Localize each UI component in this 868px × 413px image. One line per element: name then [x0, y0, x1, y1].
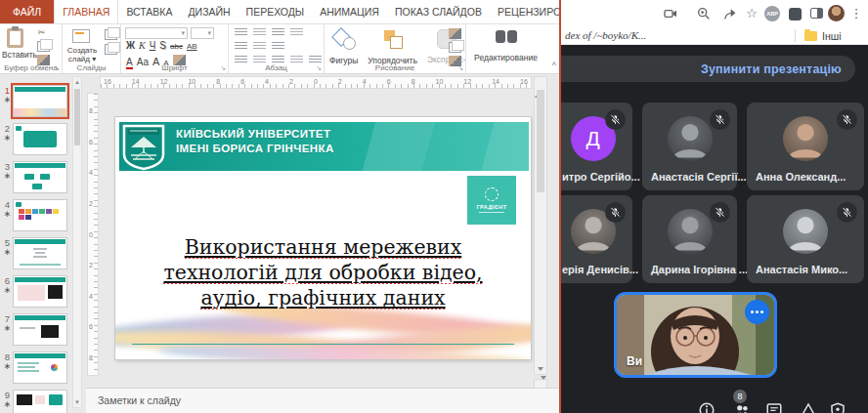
numbering-button[interactable]	[253, 28, 266, 37]
underline-button[interactable]: Ч	[150, 40, 156, 51]
line-spacing-button[interactable]	[272, 28, 284, 37]
slide-7-thumbnail[interactable]	[13, 313, 67, 346]
bold-button[interactable]: Ж	[126, 40, 135, 51]
reading-list-icon[interactable]	[810, 8, 823, 19]
bookmark-star-icon[interactable]: ☆	[744, 6, 760, 21]
tab-file[interactable]: ФАЙЛ	[0, 0, 54, 23]
increase-indent-button[interactable]	[253, 42, 266, 51]
bookmark-item[interactable]: dex of /~boyko/K...	[565, 29, 646, 41]
group-editing: Редактирование ▾	[466, 24, 545, 73]
font-size-combo[interactable]: ▾	[191, 27, 214, 39]
clipboard-dialog-launcher[interactable]: ↘	[54, 64, 60, 72]
workspace: 1∗ 2∗ 3∗ 4∗ 5∗	[0, 74, 559, 413]
strikethrough-button[interactable]: abc	[170, 42, 183, 51]
reset-button[interactable]	[105, 44, 117, 55]
slide-title-textbox[interactable]: Використання мережевих технологій для об…	[115, 234, 531, 311]
screen: ☆ ABP ⋮ dex of /~boyko/K... Інші закладк…	[0, 0, 868, 413]
tab-transitions[interactable]: ПЕРЕХОДЫ	[239, 0, 313, 23]
ribbon: Вставить ✂ Буфер обмена ↘ Создатьслайд ▾…	[0, 24, 559, 74]
copy-button[interactable]	[37, 41, 50, 52]
slide-9-thumbnail[interactable]	[13, 390, 67, 413]
slides-panel: 1∗ 2∗ 3∗ 4∗ 5∗	[0, 74, 86, 413]
participant-name: итро Сергійо...	[562, 171, 640, 183]
notes-placeholder: Заметки к слайду	[98, 394, 559, 406]
columns-button[interactable]	[272, 42, 284, 51]
slide-8-thumbnail[interactable]	[13, 351, 67, 384]
animation-star-icon: ∗	[3, 400, 12, 410]
new-slide-icon	[72, 29, 90, 43]
university-logo[interactable]	[121, 124, 166, 171]
host-controls-icon[interactable]	[829, 401, 846, 413]
font-dialog-launcher[interactable]: ↘	[220, 64, 226, 72]
scroll-down-arrow[interactable]: ▼	[73, 397, 81, 407]
animation-star-icon: ∗	[3, 96, 12, 105]
self-view-tile[interactable]: Ви	[614, 292, 777, 378]
browser-menu-icon[interactable]: ⋮	[848, 6, 864, 21]
mic-off-icon	[605, 202, 626, 223]
gradient-logo[interactable]: ГРАДІЄНТ	[467, 176, 516, 225]
scroll-thumb[interactable]	[537, 90, 544, 192]
stop-presenting-button[interactable]: Зупинити презентацію	[701, 62, 842, 76]
share-icon[interactable]	[722, 6, 738, 21]
participant-name: Анастасія Сергії...	[651, 171, 747, 183]
ribbon-collapse-button[interactable]: ^	[552, 61, 556, 70]
slide-canvas[interactable]: КИЇВСЬКИЙ УНІВЕРСИТЕТ ІМЕНІ БОРИСА ГРІНЧ…	[115, 117, 531, 359]
bullets-button[interactable]	[235, 28, 247, 37]
tab-review[interactable]: РЕЦЕНЗИРОВАНИЕ	[490, 0, 559, 23]
chat-icon[interactable]	[765, 401, 783, 413]
slide-5-thumbnail[interactable]	[13, 237, 67, 269]
avatar	[668, 116, 713, 161]
slide-3-thumbnail[interactable]	[13, 161, 67, 193]
animation-star-icon: ∗	[3, 324, 12, 334]
participant-name: Анна Олександ...	[756, 171, 846, 183]
panel-scroll-thumb[interactable]	[74, 89, 80, 145]
slide-2-thumbnail[interactable]	[13, 123, 67, 155]
mic-off-icon	[605, 109, 626, 130]
font-name-combo[interactable]: ▾	[125, 27, 188, 39]
cut-button[interactable]: ✂	[35, 27, 48, 38]
slide-1-thumbnail[interactable]	[13, 85, 67, 117]
decrease-indent-button[interactable]	[235, 42, 247, 51]
italic-button[interactable]: К	[139, 40, 146, 51]
profile-avatar[interactable]	[828, 5, 845, 21]
mic-off-icon	[710, 109, 730, 130]
zoom-icon[interactable]	[696, 6, 712, 21]
tab-slideshow[interactable]: ПОКАЗ СЛАЙДОВ	[387, 0, 490, 23]
participant-tile[interactable]: ерія Денисів...	[553, 195, 632, 283]
activities-icon[interactable]	[800, 401, 817, 413]
adblock-icon[interactable]: ABP	[764, 6, 780, 21]
participant-tile[interactable]: Дарина Ігорівна ...	[642, 195, 737, 283]
panel-scrollbar[interactable]: ▲ ▼	[72, 76, 82, 408]
self-more-button[interactable]	[745, 300, 769, 324]
participants-icon[interactable]	[733, 401, 751, 413]
tab-design[interactable]: ДИЗАЙН	[180, 0, 238, 23]
slide-4-thumbnail[interactable]	[13, 199, 67, 231]
presenting-banner: Зупинити презентацію	[547, 56, 855, 82]
mic-off-icon	[710, 202, 730, 223]
text-direction-button[interactable]	[290, 28, 303, 37]
info-icon[interactable]	[698, 401, 716, 413]
extension-icon[interactable]	[789, 8, 802, 21]
scroll-up-arrow[interactable]: ▲	[73, 77, 81, 87]
shape-outline-button[interactable]	[449, 42, 461, 53]
participant-tile[interactable]: Анна Олександ...	[747, 103, 864, 190]
main-scrollbar[interactable]	[534, 76, 547, 375]
tab-media-icon[interactable]	[663, 6, 678, 21]
participant-tile[interactable]: Анастасія Сергії...	[642, 103, 737, 190]
paragraph-dialog-launcher[interactable]: ↘	[316, 64, 322, 72]
char-spacing-button[interactable]: АВ	[187, 42, 197, 51]
shape-fill-button[interactable]	[449, 28, 461, 39]
shadow-button[interactable]: S	[159, 40, 166, 51]
university-name: КИЇВСЬКИЙ УНІВЕРСИТЕТ ІМЕНІ БОРИСА ГРІНЧ…	[176, 127, 334, 156]
tab-animations[interactable]: АНИМАЦИЯ	[312, 0, 387, 23]
slide-6-thumbnail[interactable]	[13, 275, 67, 308]
layout-button[interactable]	[105, 29, 117, 40]
participant-tile[interactable]: Д итро Сергійо...	[553, 103, 632, 190]
drawing-dialog-launcher[interactable]: ↘	[457, 64, 463, 72]
animation-star-icon: ∗	[3, 362, 12, 372]
notes-pane[interactable]: Заметки к слайду	[86, 388, 559, 413]
tab-home[interactable]: ГЛАВНАЯ	[54, 0, 118, 23]
tab-insert[interactable]: ВСТАВКА	[118, 0, 180, 23]
participant-tile[interactable]: Анастасія Мико...	[747, 195, 864, 283]
scroll-down-arrow[interactable]	[538, 367, 543, 371]
